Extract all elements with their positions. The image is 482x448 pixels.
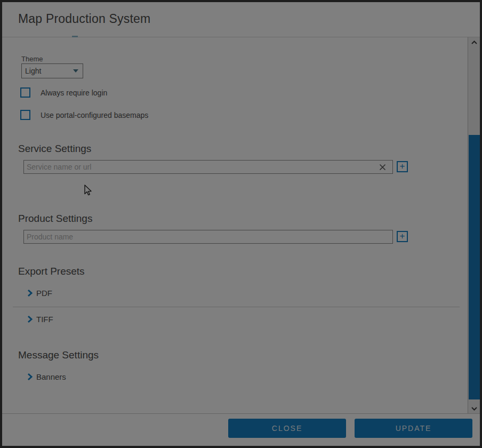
scroll-down-button[interactable] — [468, 404, 480, 413]
service-name-input[interactable] — [23, 160, 393, 174]
mouse-cursor-icon — [84, 185, 92, 196]
chevron-right-icon — [27, 373, 33, 381]
service-settings-heading: Service Settings — [18, 143, 91, 155]
checkbox-label: Always require login — [41, 89, 107, 97]
product-name-input[interactable] — [23, 230, 393, 244]
vertical-scrollbar[interactable] — [468, 37, 480, 413]
banners-label: Banners — [36, 372, 66, 381]
preset-label: TIFF — [36, 315, 53, 324]
chevron-right-icon — [27, 289, 33, 297]
scrolled-content-fragment — [72, 36, 78, 37]
dialog-footer: CLOSE UPDATE — [0, 413, 482, 448]
preset-label: PDF — [36, 289, 52, 298]
export-preset-pdf-row[interactable]: PDF — [27, 289, 52, 298]
update-button[interactable]: UPDATE — [355, 419, 472, 438]
theme-select-value: Light — [22, 67, 73, 75]
product-settings-heading: Product Settings — [18, 213, 92, 225]
chevron-right-icon — [27, 315, 33, 323]
checkbox-label: Use portal-configured basemaps — [41, 111, 148, 119]
export-preset-tiff-row[interactable]: TIFF — [27, 315, 53, 324]
close-button[interactable]: CLOSE — [228, 419, 346, 438]
checkbox-row-portal-basemaps: Use portal-configured basemaps — [20, 110, 148, 120]
chevron-up-icon — [471, 41, 477, 44]
dialog-header: Map Production System — [0, 0, 482, 37]
message-settings-heading: Message Settings — [18, 349, 99, 361]
clear-service-input-button[interactable] — [377, 162, 387, 172]
plus-icon: + — [400, 232, 405, 241]
divider — [13, 307, 460, 307]
chevron-down-icon — [73, 69, 78, 73]
always-require-login-checkbox[interactable] — [20, 87, 30, 98]
scrollbar-thumb[interactable] — [469, 135, 480, 399]
portal-basemaps-checkbox[interactable] — [20, 110, 30, 120]
chevron-down-icon — [471, 407, 477, 411]
export-presets-heading: Export Presets — [18, 266, 85, 277]
page-title: Map Production System — [18, 12, 150, 26]
banners-row[interactable]: Banners — [27, 372, 66, 381]
checkbox-row-always-require-login: Always require login — [20, 87, 107, 98]
theme-select[interactable]: Light — [21, 63, 83, 78]
scroll-up-button[interactable] — [468, 37, 480, 47]
plus-icon: + — [400, 162, 405, 171]
add-service-button[interactable]: + — [397, 161, 408, 172]
theme-label: Theme — [21, 55, 43, 63]
add-product-button[interactable]: + — [397, 231, 408, 242]
x-icon — [379, 164, 386, 171]
map-production-system-dialog: Map Production System Theme Light Always… — [0, 0, 482, 448]
